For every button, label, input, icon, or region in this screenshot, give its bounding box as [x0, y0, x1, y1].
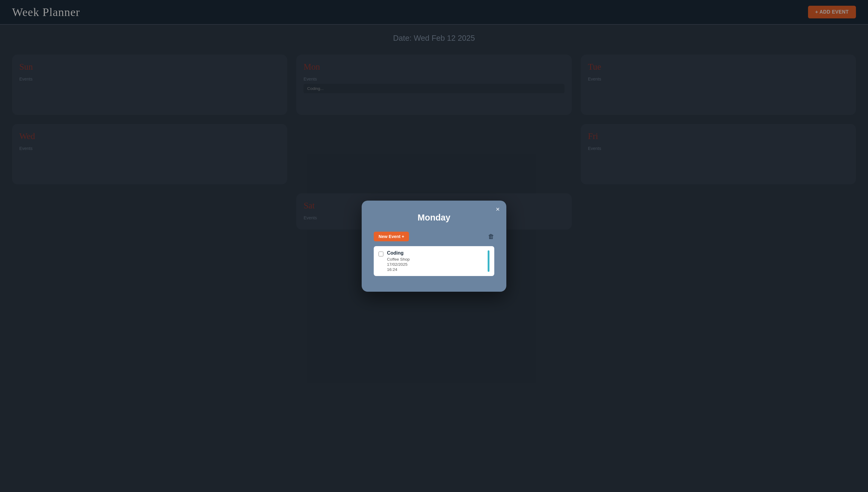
modal-title: Monday	[374, 213, 494, 223]
modal-close-button[interactable]: ×	[496, 206, 500, 213]
event-checkbox[interactable]	[378, 252, 384, 256]
event-location: Coffee Shop	[387, 257, 484, 262]
event-details: Coding Coffee Shop 17/02/2025 16:24	[387, 250, 484, 272]
event-time: 16:24	[387, 267, 484, 272]
event-color-bar	[488, 250, 490, 272]
modal-overlay[interactable]: × Monday New Event + 🗑 Coding Coffee Sho…	[0, 0, 868, 492]
delete-event-button[interactable]: 🗑	[488, 233, 494, 240]
modal-dialog: × Monday New Event + 🗑 Coding Coffee Sho…	[362, 201, 506, 292]
event-date: 17/02/2025	[387, 262, 484, 267]
modal-event-item: Coding Coffee Shop 17/02/2025 16:24	[374, 246, 494, 276]
event-name: Coding	[387, 250, 484, 256]
new-event-button[interactable]: New Event +	[374, 232, 409, 241]
modal-actions: New Event + 🗑	[374, 232, 494, 241]
